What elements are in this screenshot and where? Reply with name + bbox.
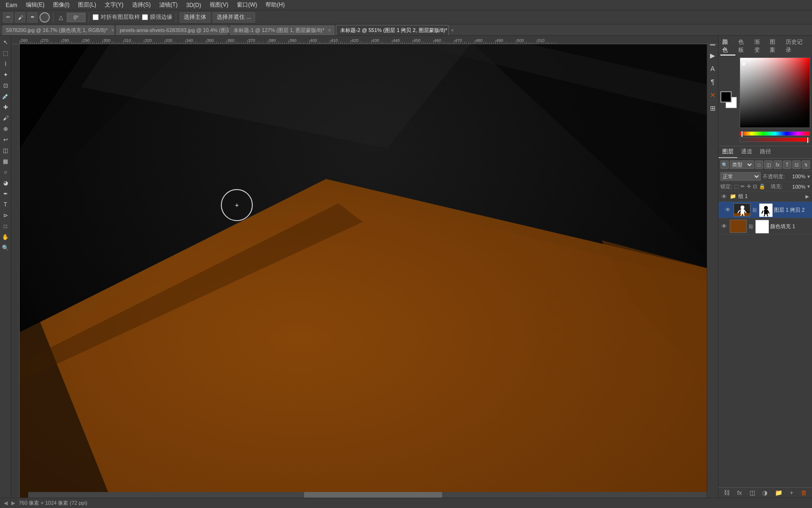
layers-tab-paths[interactable]: 路径 xyxy=(756,146,775,158)
left-tool-move[interactable]: ↖ xyxy=(1,38,10,47)
tool-brush2[interactable]: ✒ xyxy=(27,12,38,23)
layer-1-eye[interactable]: 👁 xyxy=(725,206,732,213)
tab-1-close[interactable]: × xyxy=(111,28,114,33)
left-tool-zoom[interactable]: 🔍 xyxy=(1,243,10,253)
status-right-arrow[interactable]: ▶ xyxy=(11,500,15,506)
add-link-button[interactable]: ⛓ xyxy=(724,489,730,496)
layer-item-2[interactable]: 👁 ⛓ 颜色填充 1 xyxy=(718,218,812,235)
right-icon-grid[interactable]: ⊞ xyxy=(707,102,718,115)
opacity-dropdown-icon[interactable]: ▾ xyxy=(807,174,810,180)
color-tab-gradient[interactable]: 渐变 xyxy=(752,38,767,56)
alpha-slider-handle[interactable] xyxy=(807,137,809,143)
left-tool-eyedrop[interactable]: 💉 xyxy=(1,92,10,101)
left-tool-eraser[interactable]: ◫ xyxy=(1,146,10,155)
layers-clipping-btn[interactable]: ↯ xyxy=(802,160,810,169)
layers-tab-channels[interactable]: 通道 xyxy=(737,146,756,158)
right-icon-paragraph[interactable]: ¶ xyxy=(707,75,718,88)
layer-group-expand-icon[interactable]: ▶ xyxy=(805,194,809,199)
foreground-color-box[interactable] xyxy=(720,91,732,103)
left-tool-crop[interactable]: ⊡ xyxy=(1,81,10,90)
add-group-button[interactable]: 📁 xyxy=(775,489,782,496)
tool-brush[interactable]: 🖌 xyxy=(15,12,25,23)
left-tool-select[interactable]: ⬚ xyxy=(1,48,10,58)
left-tool-lasso[interactable]: ⌇ xyxy=(1,59,10,69)
scrollbar-thumb[interactable] xyxy=(304,492,442,498)
layer-group-eye[interactable]: 👁 xyxy=(721,193,728,200)
add-mask-button[interactable]: ◫ xyxy=(750,489,755,496)
color-tab-color[interactable]: 颜色 xyxy=(720,38,735,56)
select-subject-button[interactable]: 选择主体 xyxy=(180,12,211,23)
layer-1-chain-icon[interactable]: ⛓ xyxy=(752,207,757,213)
lock-pixels-icon[interactable]: ✏ xyxy=(741,183,745,190)
color-picker-handle[interactable] xyxy=(742,63,745,65)
checkbox-all-layers[interactable] xyxy=(93,14,99,20)
right-icon-play[interactable]: ▶ xyxy=(707,49,718,62)
menu-image[interactable]: 图像(I) xyxy=(49,0,73,10)
status-left-arrow[interactable]: ◀ xyxy=(4,500,8,506)
menu-3d[interactable]: 3D(D) xyxy=(182,1,205,9)
layer-item-1[interactable]: 👁 xyxy=(718,202,812,218)
layers-search-icon[interactable]: 🔍 xyxy=(720,160,729,169)
tab-3-close[interactable]: × xyxy=(328,28,331,33)
layer-2-chain-icon[interactable]: ⛓ xyxy=(749,224,753,229)
layer-2-eye[interactable]: 👁 xyxy=(721,223,728,230)
menu-window[interactable]: 窗口(W) xyxy=(233,0,261,10)
left-tool-shape[interactable]: □ xyxy=(1,222,10,231)
add-layer-button[interactable]: + xyxy=(790,489,794,496)
left-tool-heal[interactable]: ✚ xyxy=(1,103,10,112)
tab-3[interactable]: 未标题-1 @ 127% (图层 1, 图层蒙版/8)* × xyxy=(229,25,335,35)
left-tool-path[interactable]: ⊳ xyxy=(1,211,10,220)
layers-link-btn[interactable]: T xyxy=(783,160,791,169)
left-tool-hand[interactable]: ✋ xyxy=(1,232,10,242)
lock-artboard-icon[interactable]: ⊡ xyxy=(753,183,757,190)
layer-type-select[interactable]: 类型 名称 效果 xyxy=(730,160,754,169)
right-icon-brush[interactable]: A xyxy=(707,62,718,75)
left-tool-history[interactable]: ↩ xyxy=(1,135,10,144)
lock-transparent-icon[interactable]: ⬚ xyxy=(734,183,739,190)
hue-slider[interactable] xyxy=(740,131,810,136)
delete-layer-button[interactable]: 🗑 xyxy=(801,489,807,496)
menu-edit[interactable]: 编辑(E) xyxy=(22,0,48,10)
menu-layer[interactable]: 图层(L) xyxy=(74,0,100,10)
left-tool-gradient[interactable]: ▦ xyxy=(1,157,10,166)
left-tool-magic[interactable]: ✦ xyxy=(1,70,10,79)
angle-input[interactable] xyxy=(67,13,86,22)
layers-smart-btn[interactable]: ⊡ xyxy=(792,160,801,169)
color-tab-swatches[interactable]: 色板 xyxy=(736,38,751,56)
right-icon-x[interactable]: ✕ xyxy=(707,88,718,102)
tab-2[interactable]: pexels-anna-shvets-6283593.jpg @ 10.4% (… xyxy=(116,25,228,35)
menu-filter[interactable]: 滤镜(T) xyxy=(156,0,181,10)
menu-view[interactable]: 视图(V) xyxy=(206,0,232,10)
left-tool-stamp[interactable]: ⊕ xyxy=(1,124,10,134)
canvas-area[interactable]: 2602702802903003103203303403503603703803… xyxy=(11,36,718,498)
left-tool-pen[interactable]: ✒ xyxy=(1,189,10,198)
fg-bg-color-selector[interactable] xyxy=(720,91,737,108)
color-tab-pattern[interactable]: 图案 xyxy=(768,38,783,56)
tab-4[interactable]: 未标题-2 @ 551% (图层 1 拷贝 2, 图层蒙版/8)* × xyxy=(336,25,449,35)
fill-dropdown-icon[interactable]: ▾ xyxy=(807,183,810,190)
layers-mask-btn[interactable]: ◫ xyxy=(764,160,773,169)
left-tool-type[interactable]: T xyxy=(1,200,10,209)
layers-new-btn[interactable]: □ xyxy=(755,160,763,169)
tool-circle[interactable] xyxy=(39,12,50,23)
lock-position-icon[interactable]: ✛ xyxy=(747,183,751,190)
menu-help[interactable]: 帮助(H) xyxy=(262,0,289,10)
color-tab-history[interactable]: 历史记录 xyxy=(784,38,810,56)
tab-1[interactable]: 5978200.jpg @ 16.7% (颜色填充 1, RGB/8)* × xyxy=(2,25,115,35)
layer-group-1[interactable]: 👁 📁 组 1 ▶ xyxy=(718,191,812,202)
add-adjustment-button[interactable]: ◑ xyxy=(762,489,767,496)
tool-pencil[interactable]: ✏ xyxy=(3,12,13,23)
color-picker-gradient[interactable] xyxy=(740,57,810,128)
hue-slider-handle[interactable] xyxy=(741,131,743,137)
select-mask-button[interactable]: 选择并遮住 ... xyxy=(212,12,255,23)
left-tool-dodge[interactable]: ◕ xyxy=(1,178,10,188)
checkbox-refine-edge[interactable] xyxy=(142,14,148,20)
horizontal-scrollbar[interactable] xyxy=(28,492,718,498)
menu-text[interactable]: 文字(Y) xyxy=(101,0,127,10)
layers-tab-layers[interactable]: 图层 xyxy=(718,146,737,158)
menu-select[interactable]: 选择(S) xyxy=(128,0,155,10)
tab-4-close[interactable]: × xyxy=(451,28,454,33)
layer-blend-mode-select[interactable]: 正常 溶解 正片叠底 xyxy=(720,172,761,181)
canvas-content[interactable]: + xyxy=(20,44,718,498)
menu-eam[interactable]: Eam xyxy=(2,1,21,9)
